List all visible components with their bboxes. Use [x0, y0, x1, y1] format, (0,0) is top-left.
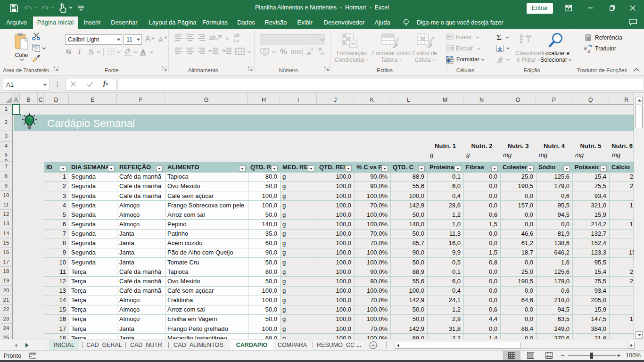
svg-text:a: a [587, 48, 591, 54]
svg-text:ã: ã [584, 45, 587, 51]
